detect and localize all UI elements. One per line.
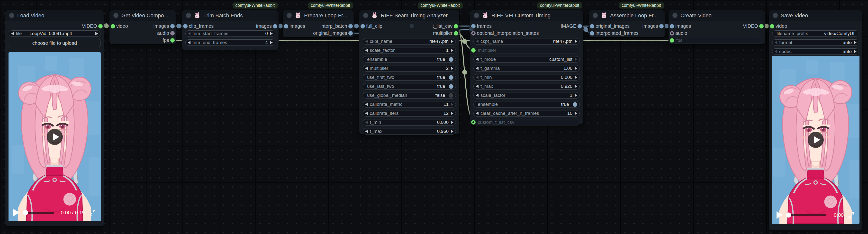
next-option-arrow-icon[interactable] (575, 58, 577, 61)
prev-option-arrow-icon[interactable] (775, 41, 777, 44)
decrement-arrow-icon[interactable] (476, 85, 478, 88)
node-rife-vfi-custom-timing[interactable]: comfyui-WhiteRabbit RIFE VFI Custom Timi… (470, 10, 583, 124)
decrement-arrow-icon[interactable] (476, 67, 478, 70)
widget-t-min[interactable]: t_min 0.000 (363, 119, 456, 126)
collapse-dot[interactable] (186, 13, 191, 18)
output-socket-multiplier[interactable] (454, 31, 458, 35)
video-preview[interactable]: 0:00 / 0:19 (8, 52, 101, 221)
increment-arrow-icon[interactable] (575, 67, 577, 70)
widget-file[interactable]: file LoopVid_00091.mp4 (9, 30, 100, 37)
toggle-on-icon[interactable] (573, 102, 577, 107)
widget-ensemble[interactable]: ensemble true (473, 101, 580, 107)
widget-scale-factor[interactable]: scale_factor 1 (473, 92, 580, 99)
output-socket-interp-batch[interactable] (348, 24, 353, 29)
video-preview[interactable]: 0:00 (772, 56, 860, 224)
decrement-arrow-icon[interactable] (365, 130, 368, 133)
output-socket-original-images[interactable] (348, 31, 353, 35)
comfyui-canvas[interactable]: { "badge": "comfyui-WhiteRabbit", "nodes… (0, 0, 868, 234)
input-socket-images[interactable] (670, 24, 674, 29)
collapse-dot[interactable] (673, 13, 678, 18)
prev-file-arrow-icon[interactable] (11, 32, 14, 35)
prev-option-arrow-icon[interactable] (775, 50, 777, 53)
node-get-video-components[interactable]: Get Video Compo... video images audio fp… (110, 10, 176, 44)
output-socket-images[interactable] (659, 24, 664, 29)
prev-option-arrow-icon[interactable] (476, 58, 478, 61)
output-socket-t-list-csv[interactable] (454, 24, 458, 29)
input-socket-audio[interactable] (670, 31, 674, 35)
widget-codec[interactable]: codec auto (772, 48, 859, 55)
decrement-arrow-icon[interactable] (365, 48, 368, 52)
next-option-arrow-icon[interactable] (854, 50, 857, 53)
toggle-on-icon[interactable] (449, 75, 454, 80)
increment-arrow-icon[interactable] (575, 112, 577, 115)
output-socket-video[interactable] (759, 24, 764, 29)
seek-knob[interactable] (23, 210, 28, 215)
widget-calibrate-metric[interactable]: calibrate_metric L1 (363, 101, 456, 107)
widget-scale-factor[interactable]: scale_factor 1 (363, 47, 456, 54)
decrement-arrow-icon[interactable] (365, 112, 368, 115)
input-socket-images[interactable] (284, 24, 288, 29)
input-socket-optional-interpolation-states[interactable] (471, 31, 475, 35)
widget-t-gamma[interactable]: t_gamma 1.00 (473, 65, 580, 71)
node-load-video[interactable]: Load Video VIDEO file LoopVid_00091.mp4 … (5, 10, 104, 226)
widget-t-max[interactable]: t_max 0.920 (473, 83, 580, 90)
increment-arrow-icon[interactable] (451, 48, 454, 52)
input-socket-frames[interactable] (471, 24, 475, 29)
input-socket-fps[interactable] (670, 38, 674, 42)
node-titlebar[interactable]: Assemble Loop Fr... (589, 10, 665, 21)
prev-option-arrow-icon[interactable] (365, 40, 368, 43)
input-socket-video[interactable] (111, 24, 115, 29)
widget-use-first-two[interactable]: use_first_two true (363, 74, 456, 80)
node-titlebar[interactable]: Get Video Compo... (110, 10, 176, 21)
input-socket-custom-t-list-csv[interactable] (471, 120, 475, 125)
increment-arrow-icon[interactable] (575, 76, 577, 79)
seek-bar[interactable] (787, 214, 826, 216)
collapse-dot[interactable] (363, 13, 368, 18)
input-socket-multiplier[interactable] (471, 48, 475, 53)
output-socket-audio[interactable] (170, 31, 175, 35)
input-socket-full-clip[interactable] (361, 24, 365, 29)
prev-option-arrow-icon[interactable] (476, 40, 478, 43)
input-socket-clip-frames[interactable] (183, 24, 188, 29)
widget-t-min[interactable]: t_min 0.000 (473, 74, 580, 80)
play-overlay-icon[interactable] (47, 129, 63, 145)
decrement-arrow-icon[interactable] (188, 32, 190, 35)
output-socket-images[interactable] (170, 24, 175, 29)
prev-option-arrow-icon[interactable] (365, 103, 368, 106)
node-titlebar[interactable]: Save Video (769, 10, 862, 21)
widget-t-max[interactable]: t_max 0.960 (363, 128, 456, 135)
widget-use-global-median[interactable]: use_global_median false (363, 92, 456, 99)
input-socket-interpolated-frames[interactable] (590, 31, 594, 35)
widget-multiplier[interactable]: multiplier 2 (363, 65, 456, 71)
widget-trim-start-frames[interactable]: trim_start_frames 0 (185, 30, 275, 37)
choose-file-button[interactable]: choose file to upload (9, 39, 100, 47)
increment-arrow-icon[interactable] (451, 67, 454, 70)
node-titlebar[interactable]: Create Video (669, 10, 765, 21)
toggle-on-icon[interactable] (449, 57, 454, 62)
play-overlay-icon[interactable] (808, 132, 824, 148)
output-socket-video[interactable] (98, 24, 103, 29)
increment-arrow-icon[interactable] (270, 32, 273, 35)
widget-use-last-two[interactable]: use_last_two true (363, 83, 456, 90)
increment-arrow-icon[interactable] (575, 85, 577, 88)
next-option-arrow-icon[interactable] (451, 40, 454, 43)
widget-trim-end-frames[interactable]: trim_end_frames 4 (185, 39, 275, 46)
widget-filename-prefix[interactable]: filename_prefix video/ComfyUI (772, 30, 859, 37)
increment-arrow-icon[interactable] (451, 112, 454, 115)
decrement-arrow-icon[interactable] (365, 121, 368, 124)
widget-ckpt-name[interactable]: ckpt_name rife47.pth (363, 38, 456, 44)
collapse-dot[interactable] (773, 13, 778, 18)
widget-ensemble[interactable]: ensemble true (363, 56, 456, 63)
increment-arrow-icon[interactable] (270, 41, 273, 44)
node-titlebar[interactable]: Prepare Loop Fr... (283, 10, 354, 21)
widget-calibrate-iters[interactable]: calibrate_iters 12 (363, 110, 456, 116)
input-socket-video[interactable] (770, 24, 774, 29)
node-titlebar[interactable]: Trim Batch Ends (182, 10, 279, 21)
output-socket-fps[interactable] (170, 38, 175, 42)
toggle-off-icon[interactable] (449, 93, 454, 98)
widget-clear-cache-after-n-frames[interactable]: clear_cache_after_n_frames 10 (473, 110, 580, 116)
collapse-dot[interactable] (593, 13, 598, 18)
collapse-dot[interactable] (113, 13, 119, 18)
node-trim-batch-ends[interactable]: comfyui-WhiteRabbit Trim Batch Ends clip… (182, 10, 279, 50)
next-file-arrow-icon[interactable] (95, 32, 98, 35)
